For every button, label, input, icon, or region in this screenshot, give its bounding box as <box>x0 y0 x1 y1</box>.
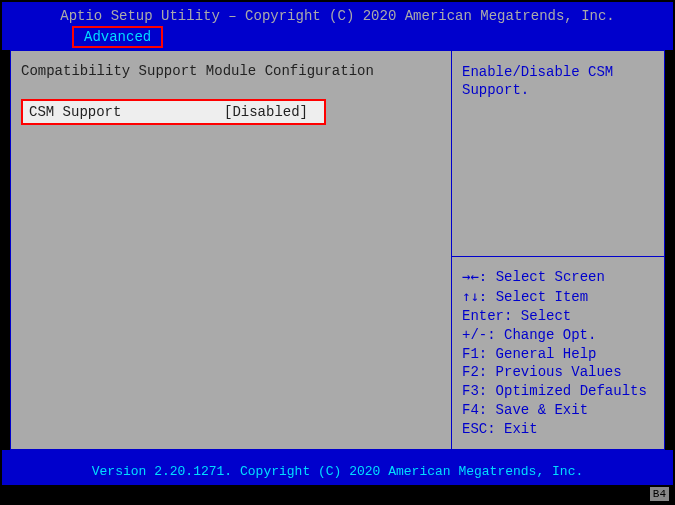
hint-change: +/-: Change Opt. <box>462 326 654 345</box>
option-label: CSM Support <box>29 104 224 120</box>
corner-badge: B4 <box>650 487 669 501</box>
hint-select: Enter: Select <box>462 307 654 326</box>
hint-previous: F2: Previous Values <box>462 363 654 382</box>
csm-support-option[interactable]: CSM Support [Disabled] <box>21 99 326 125</box>
help-text: Enable/Disable CSM Support. <box>452 51 664 257</box>
hint-save: F4: Save & Exit <box>462 401 654 420</box>
help-panel: Enable/Disable CSM Support. →←: Select S… <box>452 51 664 449</box>
key-hints: →←: Select Screen ↑↓: Select Item Enter:… <box>452 257 664 449</box>
hint-select-screen: →←: Select Screen <box>462 267 654 287</box>
bios-header: Aptio Setup Utility – Copyright (C) 2020… <box>2 2 673 50</box>
header-title: Aptio Setup Utility – Copyright (C) 2020… <box>12 8 663 24</box>
option-value: [Disabled] <box>224 104 308 120</box>
section-title: Compatibility Support Module Configurati… <box>21 63 441 79</box>
hint-defaults: F3: Optimized Defaults <box>462 382 654 401</box>
tab-row: Advanced <box>12 24 663 48</box>
hint-select-item: ↑↓: Select Item <box>462 287 654 307</box>
hint-help: F1: General Help <box>462 345 654 364</box>
hint-exit: ESC: Exit <box>462 420 654 439</box>
main-area: Compatibility Support Module Configurati… <box>10 50 665 450</box>
bios-footer: Version 2.20.1271. Copyright (C) 2020 Am… <box>2 450 673 485</box>
tab-advanced[interactable]: Advanced <box>72 26 163 48</box>
settings-panel: Compatibility Support Module Configurati… <box>11 51 452 449</box>
footer-text: Version 2.20.1271. Copyright (C) 2020 Am… <box>92 464 583 479</box>
